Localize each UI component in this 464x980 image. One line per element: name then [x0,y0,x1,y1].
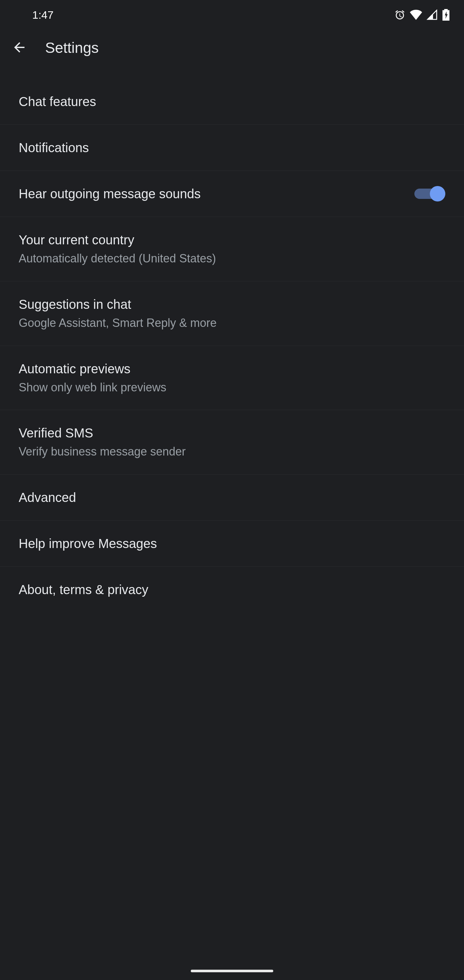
row-title: Advanced [19,489,76,506]
row-help-improve[interactable]: Help improve Messages [0,520,464,567]
toggle-thumb [430,186,445,202]
row-title: Hear outgoing message sounds [19,186,201,202]
row-chat-features[interactable]: Chat features [0,79,464,125]
row-country[interactable]: Your current country Automatically detec… [0,217,464,282]
arrow-back-icon [11,40,27,56]
row-title: Verified SMS [19,425,186,441]
row-title: Chat features [19,94,96,110]
row-title: About, terms & privacy [19,582,148,598]
nav-handle[interactable] [191,970,273,972]
row-subtitle: Show only web link previews [19,380,166,395]
status-icons [394,9,450,21]
row-title: Automatic previews [19,361,166,377]
row-previews[interactable]: Automatic previews Show only web link pr… [0,346,464,410]
row-advanced[interactable]: Advanced [0,474,464,520]
outgoing-sounds-toggle[interactable] [415,186,445,202]
page-title: Settings [45,39,99,56]
app-bar: Settings [0,30,464,66]
row-subtitle: Automatically detected (United States) [19,251,216,266]
row-about[interactable]: About, terms & privacy [0,567,464,612]
row-title: Help improve Messages [19,535,157,552]
row-title: Your current country [19,232,216,248]
row-verified-sms[interactable]: Verified SMS Verify business message sen… [0,410,464,474]
row-suggestions[interactable]: Suggestions in chat Google Assistant, Sm… [0,282,464,346]
battery-charging-icon [442,9,450,21]
status-bar: 1:47 [0,0,464,30]
row-outgoing-sounds[interactable]: Hear outgoing message sounds [0,171,464,217]
status-time: 1:47 [32,9,54,21]
back-button[interactable] [9,37,30,58]
wifi-icon [410,10,422,20]
row-title: Notifications [19,140,89,156]
row-subtitle: Verify business message sender [19,444,186,460]
row-notifications[interactable]: Notifications [0,125,464,171]
row-subtitle: Google Assistant, Smart Reply & more [19,316,216,331]
alarm-icon [394,10,405,20]
row-title: Suggestions in chat [19,296,216,312]
cell-signal-icon [427,10,438,20]
settings-list: Chat features Notifications Hear outgoin… [0,66,464,612]
